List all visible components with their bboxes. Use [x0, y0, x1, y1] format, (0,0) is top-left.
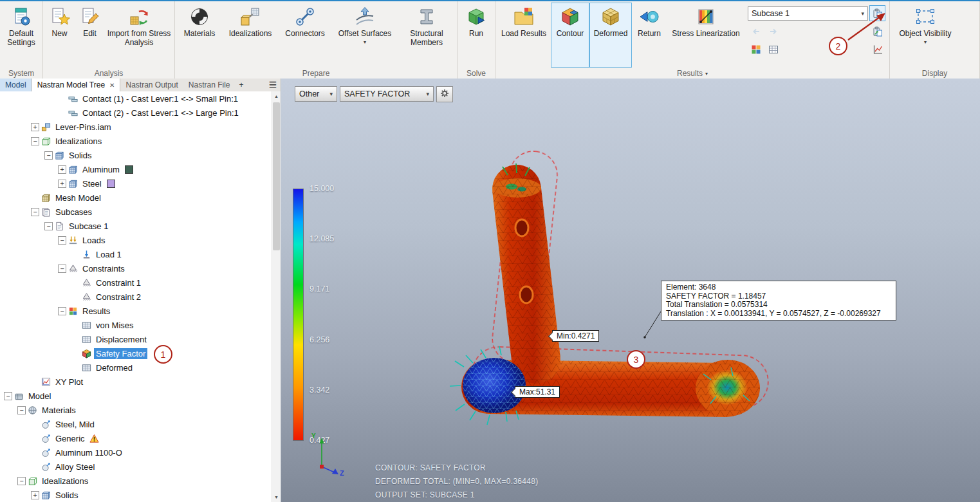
contour-button[interactable]: Contour — [551, 3, 589, 68]
max-value-flag: Max:51.31 — [515, 386, 560, 398]
collapse-toggle-icon[interactable]: − — [31, 137, 39, 145]
tree-item-von-mises[interactable]: von Mises — [0, 318, 272, 332]
collapse-toggle-icon[interactable]: − — [58, 307, 66, 315]
button-label: Deformed — [594, 30, 628, 39]
tree-item-displacement[interactable]: Displacement — [0, 332, 272, 346]
default-settings-icon — [10, 6, 32, 28]
return-button[interactable]: Return — [632, 3, 667, 68]
tab-label: Model — [5, 80, 26, 89]
tree-item-mesh-model[interactable]: Mesh Model — [0, 191, 272, 205]
tree-item-contact-2-cast-lever-1-large-pin-1[interactable]: Contact (2) - Cast Lever:1 <-> Large Pin… — [0, 106, 272, 120]
results-table-button[interactable] — [765, 41, 781, 57]
collapse-toggle-icon[interactable]: − — [58, 236, 66, 245]
tree-item-label: Model — [26, 391, 53, 402]
panel-tab-nastran-model-tree[interactable]: Nastran Model Tree✕ — [32, 79, 121, 91]
offset-surfaces-button[interactable]: Offset Surfaces▾ — [332, 3, 398, 68]
expand-toggle-icon[interactable]: + — [31, 491, 39, 499]
tree-scrollbar[interactable]: ▲ ▼ — [272, 91, 281, 502]
tree-item-label: Solids — [67, 150, 93, 161]
collapse-toggle-icon[interactable]: − — [4, 392, 12, 400]
edit-button[interactable]: Edit — [75, 3, 105, 68]
tree-item-generic[interactable]: Generic — [0, 431, 272, 445]
collapse-toggle-icon[interactable]: − — [44, 151, 53, 160]
tree-item-steel-mild[interactable]: Steel, Mild — [0, 417, 272, 431]
tree-item-idealizations[interactable]: −Idealizations — [0, 134, 272, 148]
load-results-icon — [513, 6, 535, 28]
stress-linearization-button[interactable]: Stress Linearization — [667, 3, 745, 68]
tree-item-contact-1-cast-lever-1-small-pin-1[interactable]: Contact (1) - Cast Lever:1 <-> Small Pin… — [0, 91, 272, 106]
tree-item-steel[interactable]: +Steel — [0, 176, 272, 191]
materials-folder-icon — [28, 405, 37, 415]
default-settings-button[interactable]: Default Settings — [1, 3, 41, 68]
tree-item-alloy-steel[interactable]: Alloy Steel — [0, 460, 272, 474]
scrollbar-thumb[interactable] — [273, 102, 280, 250]
result-category-value: Other — [299, 89, 319, 98]
tree-item-label: Alloy Steel — [53, 461, 97, 472]
button-label: Materials — [184, 30, 216, 39]
deformed-button[interactable]: Deformed — [589, 3, 632, 68]
next-result-button[interactable] — [765, 23, 781, 39]
tree-item-aluminum-1100-o[interactable]: Aluminum 1100-O — [0, 445, 272, 460]
close-tab-icon[interactable]: ✕ — [109, 82, 115, 89]
tree-item-materials[interactable]: −Materials — [0, 403, 272, 417]
tree-item-aluminum[interactable]: +Aluminum — [0, 162, 272, 176]
result-type-select[interactable]: SAFETY FACTOR ▾ — [340, 86, 434, 102]
object-visibility-button[interactable]: Object Visibility▾ — [891, 3, 959, 68]
color-palette-button[interactable] — [748, 41, 764, 57]
tree-item-solids[interactable]: −Solids — [0, 148, 272, 162]
panel-tab-nastran-output[interactable]: Nastran Output — [120, 79, 183, 91]
panel-tab-model[interactable]: Model — [0, 79, 32, 91]
tree-item-deformed[interactable]: Deformed — [0, 360, 272, 375]
graphics-viewport[interactable]: Other ▾ SAFETY FACTOR ▾ 15.00012.0859.17… — [281, 79, 980, 502]
panel-tab-nastran-file[interactable]: Nastran File — [183, 79, 236, 91]
tree-item-solids[interactable]: +Solids — [0, 488, 272, 502]
result-settings-button[interactable] — [436, 86, 453, 102]
tree-item-constraint-2[interactable]: Constraint 2 — [0, 290, 272, 304]
button-label: Import from Stress Analysis — [107, 30, 171, 48]
tree-item-load-1[interactable]: Load 1 — [0, 247, 272, 261]
button-label: Default Settings — [3, 30, 39, 48]
tree-item-safety-factor[interactable]: Safety Factor — [0, 346, 272, 360]
tree-item-subcase-1[interactable]: −Subcase 1 — [0, 219, 272, 233]
collapse-toggle-icon[interactable]: − — [31, 208, 39, 216]
constraint-icon — [82, 292, 91, 302]
panel-tab-add[interactable]: + — [236, 79, 248, 91]
import-from-stress-analysis-button[interactable]: Import from Stress Analysis — [105, 3, 173, 68]
probe-line: Element: 3648 — [666, 283, 891, 292]
new-button[interactable]: New — [44, 3, 75, 68]
expand-toggle-icon[interactable]: + — [58, 180, 66, 188]
run-button[interactable]: Run — [459, 3, 494, 68]
chevron-down-icon: ▾ — [364, 40, 366, 45]
collapse-toggle-icon[interactable]: − — [17, 406, 26, 414]
ribbon-group-solve: RunSolve — [458, 1, 495, 79]
tree-item-loads[interactable]: −Loads — [0, 233, 272, 247]
expand-toggle-icon[interactable]: + — [58, 165, 66, 174]
collapse-toggle-icon[interactable]: − — [17, 477, 26, 485]
tree-item-lever-pins-iam[interactable]: +Lever-Pins.iam — [0, 120, 272, 134]
result-category-select[interactable]: Other ▾ — [295, 86, 337, 102]
collapse-toggle-icon[interactable]: − — [58, 265, 66, 273]
tree-item-label: Displacement — [94, 334, 149, 345]
previous-result-button[interactable] — [748, 23, 764, 39]
scroll-up-icon[interactable]: ▲ — [272, 91, 281, 101]
scroll-down-icon[interactable]: ▼ — [272, 492, 281, 502]
panel-menu-icon[interactable]: ☰ — [265, 79, 281, 91]
subcase-select-value: Subcase 1 — [752, 9, 790, 18]
viewport-status-line: OUTPUT SET: SUBCASE 1 — [375, 490, 539, 502]
load-results-button[interactable]: Load Results — [497, 3, 551, 68]
collapse-toggle-icon[interactable]: − — [44, 222, 53, 230]
tree-item-constraints[interactable]: −Constraints — [0, 261, 272, 275]
idealizations-button[interactable]: Idealizations — [223, 3, 278, 68]
tree-item-results[interactable]: −Results — [0, 304, 272, 318]
expand-toggle-icon[interactable]: + — [31, 123, 39, 131]
materials-button[interactable]: Materials — [176, 3, 223, 68]
tree-item-idealizations[interactable]: −Idealizations — [0, 474, 272, 488]
connectors-button[interactable]: Connectors — [278, 3, 332, 68]
tree-item-model[interactable]: −Model — [0, 389, 272, 403]
ribbon-group-label: Analysis — [43, 68, 174, 79]
tree-item-constraint-1[interactable]: Constraint 1 — [0, 275, 272, 290]
tree-item-xy-plot[interactable]: XY Plot — [0, 375, 272, 389]
scrollbar-track[interactable] — [272, 101, 281, 492]
tree-item-subcases[interactable]: −Subcases — [0, 205, 272, 219]
structural-members-button[interactable]: Structural Members — [398, 3, 456, 68]
